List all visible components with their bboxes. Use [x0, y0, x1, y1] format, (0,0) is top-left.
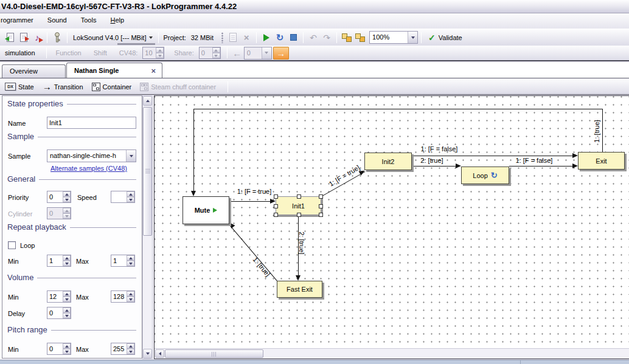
tab-overview[interactable]: Overview — [2, 64, 66, 78]
repeat-min-input[interactable] — [47, 255, 63, 266]
delay-spinner[interactable] — [47, 307, 71, 319]
priority-input[interactable] — [47, 191, 63, 202]
tab-close-icon[interactable]: × — [151, 63, 156, 78]
sample-dropdown-button[interactable] — [126, 150, 136, 162]
zoom-dropdown-button[interactable] — [408, 32, 417, 43]
state-icon: DX — [5, 83, 16, 91]
decoder-type-selector[interactable]: LokSound V4.0 [--- MBit] — [71, 32, 155, 43]
tab-nathan-single-chime[interactable]: Nathan Single Chime × — [66, 63, 162, 78]
pitch-min-spin-buttons[interactable] — [63, 343, 71, 354]
add-state-label[interactable]: State — [18, 83, 34, 91]
edge-exit-to-mute[interactable] — [602, 109, 603, 152]
bring-to-front-icon — [342, 33, 352, 42]
name-input[interactable] — [47, 117, 136, 128]
volume-min-input[interactable] — [47, 291, 63, 302]
volume-max-spin-buttons[interactable] — [127, 291, 134, 302]
read-decoder-button[interactable] — [4, 31, 17, 44]
menu-tools[interactable]: Tools — [75, 13, 103, 29]
write-decoder-button[interactable] — [17, 31, 30, 44]
arrowhead — [572, 153, 578, 158]
zoom-selector[interactable]: 100% — [369, 31, 418, 44]
write-sound-icon: ♪ — [35, 32, 40, 43]
scrollbar-thumb[interactable] — [165, 349, 263, 358]
loop-checkbox[interactable] — [8, 241, 16, 249]
delay-spin-buttons[interactable] — [63, 307, 71, 318]
repeat-max-input[interactable] — [111, 255, 127, 266]
speed-spinner[interactable] — [111, 191, 135, 203]
delay-input[interactable] — [47, 307, 63, 318]
volume-min-spinner[interactable] — [47, 290, 71, 303]
selection-handle[interactable] — [319, 204, 323, 208]
add-container-label[interactable]: Container — [103, 83, 132, 91]
scroll-left-button[interactable] — [155, 349, 164, 358]
edge-exit-to-mute[interactable] — [193, 109, 194, 193]
menu-bar: rogrammer Sound Tools Help — [0, 13, 629, 29]
play-button[interactable] — [260, 31, 273, 44]
speed-input[interactable] — [111, 191, 127, 202]
toolbar-grip[interactable] — [221, 32, 223, 43]
repeat-min-spin-buttons[interactable] — [63, 255, 71, 266]
pitch-max-spinner[interactable] — [111, 343, 135, 355]
priority-spin-buttons[interactable] — [63, 191, 71, 202]
title-bar[interactable]: V4.0-Diesel-EMD-16cyl-567C-FT-V3-R3 - Lo… — [0, 0, 629, 13]
repeat-max-spin-buttons[interactable] — [127, 255, 134, 266]
alternate-samples-link[interactable]: Alternate samples (CV48) — [50, 165, 127, 172]
step-forward-button[interactable]: → — [273, 47, 289, 60]
state-node-fast-exit[interactable]: Fast Exit — [277, 281, 322, 298]
bring-to-front-button[interactable] — [340, 31, 353, 44]
speed-spin-buttons[interactable] — [127, 191, 134, 202]
state-node-init2[interactable]: Init2 — [364, 153, 412, 170]
edge-init2-to-loop[interactable] — [412, 166, 457, 167]
share-spin-buttons — [212, 47, 220, 58]
toolbar-separator — [47, 32, 47, 43]
pitch-max-spin-buttons[interactable] — [127, 343, 134, 354]
menu-programmer[interactable]: rogrammer — [0, 13, 40, 29]
selection-handle[interactable] — [274, 194, 278, 199]
send-to-back-button[interactable] — [353, 31, 367, 44]
menu-help[interactable]: Help — [104, 13, 130, 29]
menu-sound[interactable]: Sound — [41, 13, 73, 29]
volume-max-spinner[interactable] — [111, 290, 135, 303]
state-node-loop[interactable]: Loop ↻ — [461, 167, 509, 184]
volume-max-input[interactable] — [111, 291, 127, 302]
add-transition-label[interactable]: Transition — [54, 83, 83, 91]
volume-min-spin-buttons[interactable] — [63, 291, 71, 302]
state-node-mute[interactable]: Mute — [182, 196, 229, 224]
scrollbar-thumb[interactable] — [143, 107, 152, 236]
add-state-button[interactable]: DX — [5, 80, 16, 94]
edge-mute-to-init1[interactable] — [229, 201, 272, 202]
state-node-exit[interactable]: Exit — [578, 152, 625, 170]
write-sound-button[interactable]: ♪ — [30, 31, 44, 44]
function-label-disabled: Function — [50, 49, 88, 57]
repeat-min-spinner[interactable] — [47, 255, 71, 267]
selection-handle[interactable] — [297, 213, 301, 217]
stop-button[interactable] — [287, 31, 300, 44]
validate-button[interactable]: ✓ Validate — [425, 32, 466, 44]
selection-handle[interactable] — [297, 194, 301, 199]
pitch-max-input[interactable] — [111, 343, 127, 354]
diagram-grid[interactable]: 1: [true] 1: [F = true] 1: [F = true] 1:… — [155, 96, 629, 348]
sample-selector[interactable]: nathan-single-chime-h — [47, 149, 136, 162]
edge-loop-to-exit[interactable] — [509, 166, 574, 167]
programmer-connect-button[interactable] — [50, 31, 64, 44]
selection-handle[interactable] — [319, 194, 323, 199]
diagram-canvas[interactable]: 1: [true] 1: [F = true] 1: [F = true] 1:… — [154, 95, 629, 359]
edge-init2-to-exit[interactable] — [412, 156, 574, 156]
simulation-toolbar: simulation Function Shift CV48: Share: ←… — [0, 46, 629, 61]
node-label: Loop — [473, 172, 487, 179]
scroll-down-button[interactable] — [143, 349, 152, 359]
selection-handle[interactable] — [319, 213, 323, 217]
properties-button-disabled — [226, 31, 240, 44]
repeat-max-spinner[interactable] — [111, 255, 135, 267]
edge-exit-to-mute[interactable] — [193, 109, 603, 109]
pitch-min-spinner[interactable] — [47, 343, 71, 355]
selection-handle[interactable] — [274, 213, 278, 217]
canvas-horizontal-scrollbar[interactable] — [155, 348, 629, 359]
priority-spinner[interactable] — [47, 191, 71, 203]
selection-handle[interactable] — [274, 204, 278, 208]
scroll-up-button[interactable] — [143, 96, 152, 106]
loop-play-button[interactable]: ↻ — [273, 31, 287, 44]
state-node-init1[interactable]: Init1 — [276, 196, 321, 215]
panel-scrollbar[interactable] — [142, 95, 153, 359]
pitch-min-input[interactable] — [47, 343, 63, 354]
